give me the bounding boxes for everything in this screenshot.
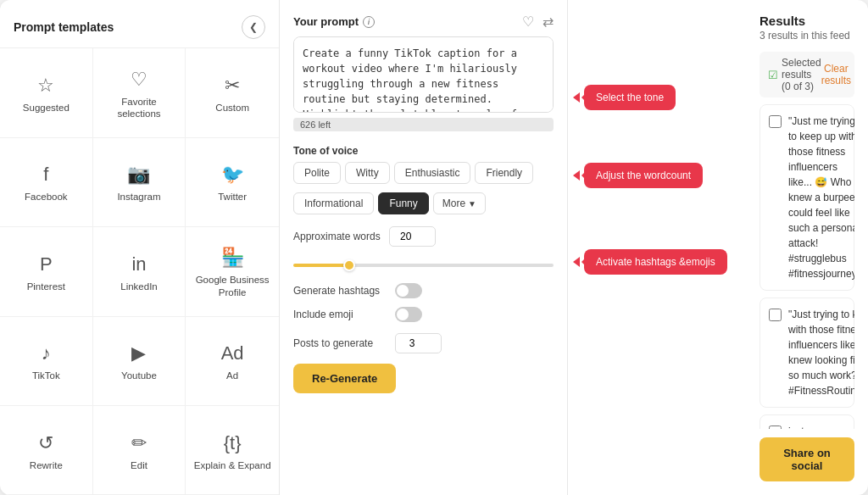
slider-container <box>293 255 554 270</box>
bottom-bar: Share on social <box>760 429 854 481</box>
template-item-suggested[interactable]: ☆ Suggested <box>0 48 93 138</box>
hashtags-toggle[interactable] <box>395 283 422 298</box>
tone-row-1: PoliteWittyEnthusiasticFriendly <box>293 162 533 184</box>
emoji-toggle[interactable] <box>395 307 422 322</box>
template-item-google-business[interactable]: 🏪 Google Business Profile <box>186 227 279 317</box>
selected-icon: ☑ <box>768 69 778 81</box>
result-item-2: just over here showing off my latest imp… <box>760 414 854 429</box>
posts-label: Posts to generate <box>293 337 387 349</box>
custom-icon: ✂ <box>225 75 240 97</box>
template-item-youtube[interactable]: ▶ Youtube <box>93 317 186 406</box>
explain-label: Explain & Expand <box>194 459 271 472</box>
left-panel-header: Prompt templates ❮ <box>0 0 279 48</box>
pinterest-icon: P <box>40 253 53 275</box>
result-text-1: "Just trying to keep up with those fitne… <box>788 307 854 398</box>
emoji-row: Include emoji <box>293 307 554 322</box>
template-item-rewrite[interactable]: ↺ Rewrite <box>0 406 93 495</box>
template-item-edit[interactable]: ✏ Edit <box>93 406 186 495</box>
hashtags-row: Generate hashtags <box>293 283 554 298</box>
results-title: Results <box>760 14 854 28</box>
callouts-column: Select the tone Adjust the wordcount Act… <box>568 0 746 495</box>
template-item-explain[interactable]: {t} Explain & Expand <box>186 406 279 495</box>
explain-icon: {t} <box>224 432 242 454</box>
share-social-button[interactable]: Share on social <box>760 437 854 481</box>
share-icon-button[interactable]: ⇄ <box>542 14 554 30</box>
words-slider[interactable] <box>293 264 554 267</box>
tone-btn-friendly[interactable]: Friendly <box>475 162 533 184</box>
edit-label: Edit <box>131 459 147 472</box>
tone-btn-more[interactable]: More ▼ <box>433 192 486 214</box>
suggested-icon: ☆ <box>37 75 54 97</box>
regen-button[interactable]: Re-Generate <box>293 364 396 393</box>
left-panel-title: Prompt templates <box>14 20 114 34</box>
template-item-favorite[interactable]: ♡ Favorite selections <box>93 48 186 138</box>
linkedin-label: LinkedIn <box>120 281 157 293</box>
words-label: Approximate words <box>293 231 381 242</box>
clear-results-button[interactable]: Clear results <box>821 63 851 86</box>
rewrite-icon: ↺ <box>38 432 53 454</box>
youtube-label: Youtube <box>121 370 157 382</box>
tiktok-icon: ♪ <box>42 342 51 364</box>
ad-icon: Ad <box>221 342 244 364</box>
tone-btn-enthusiastic[interactable]: Enthusiastic <box>394 162 471 184</box>
favorite-label: Favorite selections <box>100 96 179 121</box>
posts-row: Posts to generate <box>293 333 554 353</box>
tone-row-2: InformationalFunnyMore ▼ <box>293 192 486 214</box>
callout-wordcount: Adjust the wordcount <box>584 163 703 188</box>
tone-btn-witty[interactable]: Witty <box>345 162 390 184</box>
template-item-linkedin[interactable]: in LinkedIn <box>93 227 186 317</box>
template-item-twitter[interactable]: 🐦 Twitter <box>186 138 279 227</box>
edit-icon: ✏ <box>131 432 147 454</box>
rewrite-label: Rewrite <box>30 459 63 472</box>
tone-btn-informational[interactable]: Informational <box>293 192 374 214</box>
prompt-label: Your prompt <box>293 15 359 28</box>
twitter-icon: 🐦 <box>221 164 244 186</box>
template-item-instagram[interactable]: 📷 Instagram <box>93 138 186 227</box>
tone-label: Tone of voice <box>293 145 554 157</box>
suggested-label: Suggested <box>23 102 70 114</box>
template-item-ad[interactable]: Ad Ad <box>186 317 279 406</box>
prompt-header: Your prompt i ♡ ⇄ <box>293 14 554 30</box>
right-panel: Results 3 results in this feed ☑ Selecte… <box>746 0 868 495</box>
chars-left-badge: 626 left <box>293 118 554 131</box>
templates-grid: ☆ Suggested ♡ Favorite selections ✂ Cust… <box>0 48 279 495</box>
prompt-textarea[interactable]: Create a funny TikTok caption for a work… <box>293 36 554 113</box>
results-list: "Just me trying to keep up with those fi… <box>760 104 854 429</box>
instagram-icon: 📷 <box>127 164 150 186</box>
template-item-custom[interactable]: ✂ Custom <box>186 48 279 138</box>
result-text-0: "Just me trying to keep up with those fi… <box>788 114 854 281</box>
result-checkbox-0[interactable] <box>769 115 782 128</box>
template-item-facebook[interactable]: f Facebook <box>0 138 93 227</box>
template-item-tiktok[interactable]: ♪ TikTok <box>0 317 93 406</box>
linkedin-icon: in <box>131 253 146 275</box>
template-item-pinterest[interactable]: P Pinterest <box>0 227 93 317</box>
selected-bar: ☑ Selected results (0 of 3) Clear result… <box>760 52 854 97</box>
result-item-0: "Just me trying to keep up with those fi… <box>760 104 854 291</box>
result-checkbox-1[interactable] <box>769 309 782 321</box>
words-input[interactable] <box>389 226 436 247</box>
words-row: Approximate words <box>293 226 554 247</box>
google-business-icon: 🏪 <box>221 247 244 269</box>
results-header: Results 3 results in this feed <box>760 14 854 42</box>
info-icon[interactable]: i <box>363 16 375 28</box>
custom-label: Custom <box>215 102 249 114</box>
google-business-label: Google Business Profile <box>192 274 272 299</box>
facebook-icon: f <box>43 164 48 186</box>
left-panel: Prompt templates ❮ ☆ Suggested ♡ Favorit… <box>0 0 280 495</box>
youtube-icon: ▶ <box>131 342 146 364</box>
twitter-label: Twitter <box>218 191 247 203</box>
tiktok-label: TikTok <box>32 370 60 382</box>
hashtags-label: Generate hashtags <box>293 285 387 297</box>
pinterest-label: Pinterest <box>27 281 65 293</box>
tone-btn-polite[interactable]: Polite <box>293 162 341 184</box>
like-button[interactable]: ♡ <box>522 14 534 30</box>
favorite-icon: ♡ <box>131 69 147 91</box>
tone-btn-funny[interactable]: Funny <box>378 192 428 214</box>
collapse-button[interactable]: ❮ <box>242 15 265 39</box>
result-item-1: "Just trying to keep up with those fitne… <box>760 298 854 408</box>
posts-input[interactable] <box>395 333 442 353</box>
results-count: 3 results in this feed <box>760 30 854 42</box>
instagram-label: Instagram <box>117 191 160 203</box>
middle-panel: Your prompt i ♡ ⇄ Create a funny TikTok … <box>280 0 568 495</box>
callout-tone: Select the tone <box>584 85 676 110</box>
